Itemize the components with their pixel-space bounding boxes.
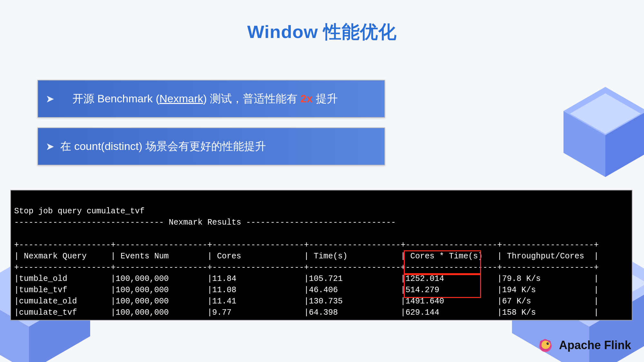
- deco-cube-top-right: [557, 80, 644, 183]
- callout-benchmark: ➤ 开源 Benchmark (Nexmark) 测试，普适性能有 2x 提升: [37, 80, 385, 118]
- term-row-0: |tumble_old |100,000,000 |11.84 |105.721…: [14, 274, 599, 283]
- svg-point-12: [546, 342, 549, 345]
- callout-count-distinct: ➤ 在 count(distinct) 场景会有更好的性能提升: [37, 127, 385, 165]
- term-rule-mid: +-------------------+-------------------…: [14, 263, 599, 272]
- terminal-output: Stop job query cumulate_tvf ------------…: [10, 190, 632, 320]
- callout1-prefix: 开源 Benchmark (: [72, 92, 159, 105]
- callout1-suffix: 提升: [313, 92, 337, 105]
- callout1-mid: ) 测试，普适性能有: [203, 92, 300, 105]
- flink-logo-icon: [536, 336, 554, 354]
- term-line-banner: ------------------------------- Nexmark …: [14, 218, 396, 227]
- callout-benchmark-text: 开源 Benchmark (Nexmark) 测试，普适性能有 2x 提升: [60, 79, 338, 119]
- svg-marker-3: [570, 93, 641, 134]
- callout1-link: Nexmark: [159, 92, 203, 105]
- chevron-right-icon: ➤: [46, 141, 54, 152]
- svg-marker-2: [605, 111, 644, 177]
- chevron-right-icon: ➤: [46, 94, 54, 104]
- term-header: | Nexmark Query | Events Num | Cores | T…: [14, 252, 599, 261]
- callout2-text: 在 count(distinct) 场景会有更好的性能提升: [60, 139, 266, 154]
- callout1-highlight: 2x: [300, 92, 313, 105]
- term-line-stop: Stop job query cumulate_tvf: [14, 207, 145, 216]
- term-row-3: |cumulate_tvf |100,000,000 |9.77 |64.398…: [14, 308, 599, 317]
- brand-apache-flink: Apache Flink: [536, 336, 631, 354]
- svg-point-13: [548, 343, 548, 344]
- slide-title: Window 性能优化: [0, 20, 644, 44]
- term-row-4: |Total |400,000,000 |44.104 |347.260 |38…: [14, 319, 599, 320]
- brand-name: Apache Flink: [559, 339, 631, 352]
- term-row-1: |tumble_tvf |100,000,000 |11.08 |46.406 …: [14, 285, 599, 295]
- svg-marker-1: [564, 111, 605, 177]
- term-row-2: |cumulate_old |100,000,000 |11.41 |130.7…: [14, 297, 599, 306]
- svg-marker-0: [564, 87, 644, 135]
- term-rule-top: +-------------------+-------------------…: [14, 240, 599, 250]
